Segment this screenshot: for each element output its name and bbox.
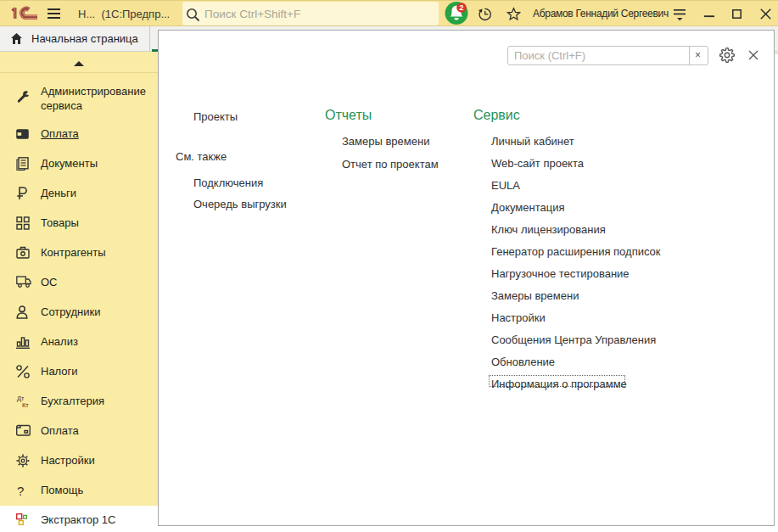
svg-text:Кт: Кт: [22, 401, 29, 408]
svg-text:?: ?: [17, 484, 24, 497]
svg-text:2: 2: [459, 3, 463, 12]
